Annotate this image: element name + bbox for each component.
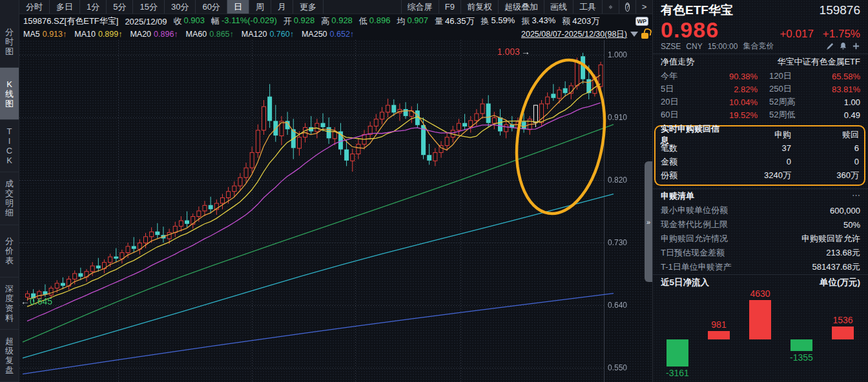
purchase-list-title[interactable]: 申赎清单	[661, 190, 694, 202]
inflow-value-label: 1536	[822, 315, 863, 325]
tab-period-5分[interactable]: 5分	[107, 0, 133, 14]
sidebar-item-成交明细[interactable]: 成交明细	[0, 172, 19, 225]
sidebar-item-K线图[interactable]: K线图	[0, 68, 19, 120]
detail-label: T-1日单位申赎资产	[661, 261, 732, 273]
kline-chart-area[interactable]: 1.003 → ← 0.645 »	[19, 40, 652, 382]
purchase-box-row: 份额3240万360万	[661, 168, 859, 182]
quote-field-value: 0.928	[331, 15, 353, 27]
quote-field-label: 振	[521, 15, 530, 27]
tab-period-日[interactable]: 日	[227, 0, 249, 14]
toolbar-spacer	[324, 0, 401, 14]
chevron-down-icon[interactable]	[630, 32, 638, 37]
stat-value: 2.82%	[698, 85, 758, 94]
stats-row: 20日10.04%52周高1.00	[661, 96, 860, 108]
tool-前复权[interactable]: 前复权	[460, 0, 498, 14]
quote-panel: 有色ETF华宝 159876 0.986 +0.017 +1.75% SZSE …	[652, 0, 868, 382]
stat-label: 20日	[661, 96, 698, 108]
stat-value: 1.00	[809, 97, 860, 107]
purchase-row-label: 笔数	[661, 143, 727, 154]
purchase-value: 3240万	[727, 170, 791, 181]
sidebar-item-超级复盘[interactable]: 超级复盘	[0, 330, 19, 382]
sidebar-item-TICK[interactable]: TICK	[0, 120, 19, 172]
tab-period-60分[interactable]: 60分	[196, 0, 227, 14]
ma-label: MA5	[23, 30, 40, 39]
redeem-value: 6	[791, 143, 859, 153]
quote-panel-header: 有色ETF华宝 159876 0.986 +0.017 +1.75% SZSE …	[653, 0, 868, 54]
tool-综合屏[interactable]: 综合屏	[401, 0, 439, 14]
quote-field-收: 收0.903	[173, 15, 205, 27]
inflow-value-label: -3161	[657, 368, 698, 378]
nav-title[interactable]: 净值走势	[661, 56, 694, 68]
panel-expander-handle[interactable]: »	[645, 161, 652, 282]
tab-period-更多[interactable]: 更多	[293, 0, 324, 14]
high-price-annotation: 1.003 →	[497, 46, 530, 57]
stat-value: 65.58%	[809, 72, 860, 81]
ma-label: MA250	[302, 30, 327, 39]
quote-field-低: 低0.896	[359, 15, 391, 27]
ma-legend-MA120: MA1200.760↑	[242, 30, 294, 39]
add-plus-icon[interactable]	[852, 42, 860, 50]
alert-bell-icon[interactable]	[839, 42, 847, 50]
purchase-value: 37	[727, 143, 791, 153]
inflow-value-label: 4630	[739, 288, 781, 299]
tab-period-多日[interactable]: 多日	[50, 0, 80, 14]
sidebar-item-分价表[interactable]: 分价表	[0, 225, 19, 277]
quote-field-label: 幅	[211, 15, 220, 27]
gear-icon[interactable]	[602, 0, 619, 14]
ma-legend-items: MA50.913↑MA100.899↑MA200.896↑MA600.865↑M…	[23, 30, 354, 39]
quote-field-label: 量	[435, 15, 443, 27]
stat-label: 52周高	[769, 96, 809, 108]
high-price-label: 1.003	[497, 46, 520, 57]
inflow-value-label: 981	[698, 319, 739, 330]
date-label: 2025/12/09	[125, 17, 167, 26]
sidebar-item-深度资料[interactable]: 深度资料	[0, 277, 19, 330]
purchase-box-header: 实时申购赎回信息申购赎回	[661, 128, 859, 141]
quote-field-value: -3.11%(-0.029)	[222, 15, 277, 27]
help-icon[interactable]: ?	[619, 0, 636, 14]
kline-canvas[interactable]	[19, 40, 652, 382]
quote-field-value: 5.59%	[491, 15, 515, 27]
tab-period-1分[interactable]: 1分	[80, 0, 107, 14]
wp-badge[interactable]: WP	[636, 17, 649, 26]
quote-field-value: 4203万	[572, 15, 599, 27]
stats-row: 5日2.82%250日83.81%	[661, 83, 860, 96]
ma-value: 0.913↑	[43, 30, 67, 39]
stat-value: 90.38%	[698, 72, 758, 81]
stat-value: 19.52%	[698, 110, 758, 120]
question-glyph: ?	[625, 3, 630, 12]
session-label: 集合竞价	[743, 41, 774, 52]
purchase-row-label: 份额	[661, 170, 727, 181]
tab-period-15分[interactable]: 15分	[133, 0, 164, 14]
nav-stats-table: 今年90.38%120日65.58%5日2.82%250日83.81%20日10…	[653, 70, 868, 124]
quote-field-value: 0.896	[369, 15, 391, 27]
tab-period-30分[interactable]: 30分	[165, 0, 196, 14]
quote-field-label: 均	[397, 15, 405, 27]
tab-period-分时[interactable]: 分时	[19, 0, 50, 14]
purchase-col-header: 申购	[727, 129, 791, 141]
stat-label: 52周低	[769, 109, 809, 121]
next-arrow-icon[interactable]: >	[636, 0, 652, 14]
more-ellipsis-icon[interactable]: ⋯	[852, 190, 860, 202]
ma-value: 0.760↑	[269, 30, 294, 39]
quote-field-换: 换5.59%	[481, 15, 515, 27]
net-inflow-title: 近5日净流入	[661, 277, 709, 288]
purchase-list-header: 申赎清单 ⋯	[653, 188, 868, 203]
unlock-icon[interactable]	[641, 33, 648, 39]
tab-period-周[interactable]: 周	[249, 0, 271, 14]
tool-超级叠加[interactable]: 超级叠加	[498, 0, 544, 14]
tool-画线[interactable]: 画线	[544, 0, 573, 14]
purchase-value: 0	[727, 157, 791, 166]
ma-legend-MA5: MA50.913↑	[23, 30, 67, 39]
inflow-value-label: -1355	[781, 352, 822, 363]
date-range-label[interactable]: 2025/08/07-2025/12/30(98日)	[521, 29, 627, 40]
ma-label: MA120	[242, 30, 267, 39]
tool-F9[interactable]: F9	[439, 0, 460, 14]
edit-pencil-icon[interactable]	[826, 42, 834, 50]
left-sidebar: 分时图K线图TICK成交明细分价表深度资料超级复盘	[0, 0, 19, 382]
sidebar-item-分时图[interactable]: 分时图	[0, 15, 19, 68]
exchange-label: SZSE	[661, 42, 681, 51]
quote-info-bar: 159876.SZ[有色ETF华宝] 2025/12/09 收0.903幅-3.…	[19, 14, 652, 28]
tool-工具[interactable]: 工具	[573, 0, 602, 14]
stat-value: 0.49	[809, 110, 860, 120]
tab-period-月[interactable]: 月	[271, 0, 293, 14]
